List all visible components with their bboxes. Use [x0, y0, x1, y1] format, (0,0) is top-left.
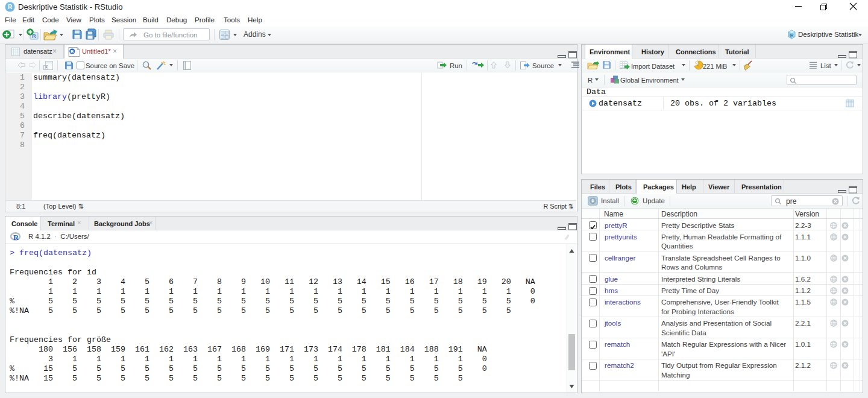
svg-text:R: R	[71, 49, 74, 54]
svg-text:R: R	[8, 4, 13, 10]
svg-text:R: R	[790, 33, 794, 38]
svg-text:R: R	[13, 233, 19, 242]
